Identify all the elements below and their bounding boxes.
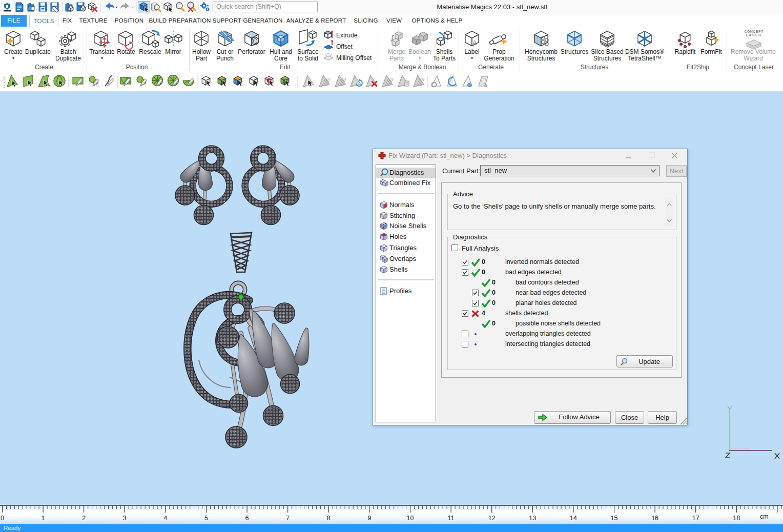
svg-text:LASER: LASER bbox=[746, 33, 761, 37]
svg-text:7: 7 bbox=[286, 515, 290, 522]
svg-text:1: 1 bbox=[42, 515, 45, 522]
svg-text:CONCEPT: CONCEPT bbox=[744, 30, 764, 33]
svg-text:0: 0 bbox=[1, 515, 4, 522]
svg-text:2: 2 bbox=[82, 515, 86, 522]
svg-text:10: 10 bbox=[407, 515, 414, 522]
svg-text:5: 5 bbox=[204, 515, 208, 522]
svg-text:A: A bbox=[472, 39, 477, 47]
svg-text:3: 3 bbox=[123, 515, 127, 522]
svg-text:13: 13 bbox=[529, 515, 536, 522]
svg-text:cm: cm bbox=[760, 513, 769, 520]
svg-text:9: 9 bbox=[367, 515, 371, 522]
svg-text:4: 4 bbox=[163, 515, 167, 522]
svg-text:14: 14 bbox=[570, 515, 577, 522]
svg-text:8: 8 bbox=[327, 515, 331, 522]
svg-text:12: 12 bbox=[488, 515, 496, 522]
svg-text:18: 18 bbox=[733, 515, 740, 522]
svg-text:15: 15 bbox=[611, 515, 618, 522]
svg-text:17: 17 bbox=[692, 515, 699, 522]
svg-text:11: 11 bbox=[448, 515, 455, 522]
svg-text:6: 6 bbox=[245, 515, 249, 522]
svg-text:16: 16 bbox=[651, 515, 658, 522]
